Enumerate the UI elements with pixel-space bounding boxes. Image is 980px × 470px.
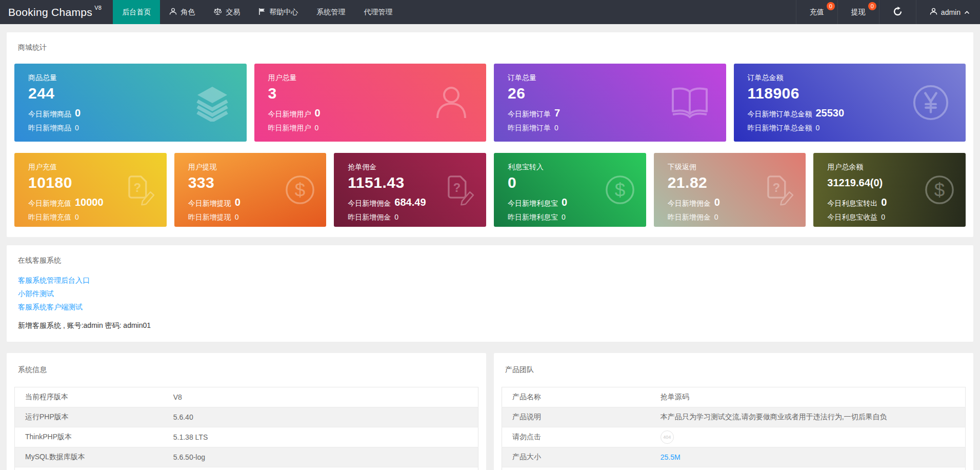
row-value: 5.1.38 LTS — [163, 427, 478, 447]
stat-card-user-recharge: 用户充值 10180 今日新增充值10000 昨日新增充值0 ? — [14, 153, 167, 227]
table-row: MySQL数据库版本 5.6.50-log — [15, 447, 478, 467]
yen-coin-icon — [911, 83, 950, 122]
row-value: Linux — [163, 467, 478, 470]
row-value: V8 — [163, 387, 478, 407]
nav-item-agent-management[interactable]: 代理管理 — [354, 0, 402, 24]
recharge-badge: 0 — [827, 2, 835, 10]
stat-yesterday: 今日利息宝收益0 — [827, 213, 966, 222]
user-icon — [169, 8, 177, 17]
stat-yesterday: 昨日新增佣金0 — [348, 213, 486, 222]
stat-title: 用户提现 — [188, 163, 327, 172]
nav-item-dashboard[interactable]: 后台首页 — [113, 0, 160, 24]
nav-label: 交易 — [226, 8, 240, 17]
stat-title: 抢单佣金 — [348, 163, 486, 172]
row-label: 服务器操作系统 — [15, 467, 163, 470]
panel-title: 产品团队 — [505, 365, 966, 375]
service-admin-entry-link[interactable]: 客服系统管理后台入口 — [18, 273, 966, 287]
refresh-button[interactable] — [879, 0, 916, 24]
stat-card-interest-in: 利息宝转入 0 今日新增利息宝0 昨日新增利息宝0 $ — [494, 153, 646, 227]
table-row: 产品名称 抢单源码 — [502, 387, 966, 407]
refresh-icon — [893, 7, 903, 18]
table-row: ThinkPHP版本 5.1.38 LTS — [15, 427, 478, 447]
row-label: 运行PHP版本 — [15, 407, 163, 427]
row-value: 5.6.40 — [163, 407, 478, 427]
nav-label: 后台首页 — [122, 8, 151, 17]
stat-title: 利息宝转入 — [508, 163, 646, 172]
row-value: 404 — [650, 427, 966, 447]
question-doc-icon: ? — [763, 174, 795, 206]
service-links: 客服系统管理后台入口 小部件测试 客服系统客户端测试 — [18, 273, 966, 314]
row-label: 产品名称 — [502, 387, 650, 407]
product-team-table: 产品名称 抢单源码 产品说明 本产品只为学习测试交流,请勿要做商业或者用于违法行… — [502, 387, 966, 470]
mall-stats-panel: 商城统计 商品总量 244 今日新增商品0 昨日新增商品0 用户总量 3 今日新… — [7, 32, 973, 237]
chevron-up-icon — [964, 8, 970, 16]
row-label: MySQL数据库版本 — [15, 447, 163, 467]
main-menu: 后台首页 角色 交易 帮助中心 系统管理 代理管理 — [113, 0, 402, 24]
nav-item-help-center[interactable]: 帮助中心 — [249, 0, 307, 24]
stat-card-products-total: 商品总量 244 今日新增商品0 昨日新增商品0 — [14, 64, 247, 142]
stat-card-orders-total: 订单总量 26 今日新增订单7 昨日新增订单0 — [494, 64, 726, 142]
row-label: 产品大小 — [502, 447, 650, 467]
table-row: 当前程序版本 V8 — [15, 387, 478, 407]
stat-title: 用户总量 — [268, 73, 487, 83]
product-size-link[interactable]: 25.5M — [661, 453, 681, 461]
question-doc-icon: ? — [443, 174, 476, 206]
broken-image-404-icon: 404 — [661, 430, 674, 444]
main-content: 商城统计 商品总量 244 今日新增商品0 昨日新增商品0 用户总量 3 今日新… — [0, 32, 980, 470]
row-label: ThinkPHP版本 — [15, 427, 163, 447]
app-logo[interactable]: Booking Champs V8 — [0, 0, 113, 24]
nav-item-system-management[interactable]: 系统管理 — [307, 0, 354, 24]
nav-label: 角色 — [181, 8, 195, 17]
person-icon — [432, 83, 471, 122]
table-row: 服务器操作系统 Linux — [15, 467, 478, 470]
withdraw-button[interactable]: 提现 0 — [837, 0, 879, 24]
app-logo-version: V8 — [94, 5, 102, 11]
user-icon — [930, 8, 937, 17]
recharge-label: 充值 — [810, 8, 824, 17]
dollar-coin-icon: $ — [924, 174, 955, 206]
row-value: 抢单源码 — [650, 387, 966, 407]
panel-title: 系统信息 — [18, 365, 478, 375]
book-icon — [669, 85, 711, 121]
svg-text:?: ? — [773, 181, 780, 194]
flag-icon — [258, 8, 266, 17]
stat-yesterday: 昨日新增利息宝0 — [508, 213, 646, 222]
stat-card-sub-rebate: 下级返佣 21.82 今日新增佣金0 昨日新增佣金0 ? — [654, 153, 806, 227]
product-team-panel: 产品团队 产品名称 抢单源码 产品说明 本产品只为学习测试交流,请勿要做商业或者… — [494, 353, 973, 470]
nav-item-transactions[interactable]: 交易 — [204, 0, 249, 24]
stat-title: 下级返佣 — [668, 163, 806, 172]
row-label: 当前程序版本 — [15, 387, 163, 407]
service-credentials-note: 新增客服系统 , 账号:admin 密码: admin01 — [18, 321, 966, 330]
user-menu[interactable]: admin — [916, 0, 980, 24]
scales-icon — [213, 8, 222, 17]
svg-text:?: ? — [133, 181, 141, 194]
row-value: 本产品只为学习测试交流,请勿要做商业或者用于违法行为,一切后果自负 — [650, 407, 966, 427]
panel-title: 在线客服系统 — [18, 256, 966, 265]
question-doc-icon: ? — [124, 174, 156, 206]
row-value: 25.5M — [650, 447, 966, 467]
nav-label: 帮助中心 — [269, 8, 298, 17]
table-row: 请勿点击 404 — [502, 427, 966, 447]
svg-text:$: $ — [614, 180, 625, 201]
stat-card-users-total: 用户总量 3 今日新增用户0 昨日新增用户0 — [254, 64, 487, 142]
layers-icon — [193, 84, 231, 122]
widget-test-link[interactable]: 小部件测试 — [18, 287, 966, 300]
service-client-test-link[interactable]: 客服系统客户端测试 — [18, 300, 966, 314]
stat-card-user-withdraw: 用户提现 333 今日新增提现0 昨日新增提现0 $ — [174, 153, 327, 227]
stats-row-1: 商品总量 244 今日新增商品0 昨日新增商品0 用户总量 3 今日新增用户0 … — [14, 64, 966, 142]
username: admin — [941, 8, 961, 16]
stat-yesterday: 昨日新增提现0 — [188, 213, 327, 222]
row-label: 请勿点击 — [502, 427, 650, 447]
nav-label: 代理管理 — [364, 8, 392, 17]
app-logo-text: Booking Champs — [8, 6, 92, 18]
nav-item-roles[interactable]: 角色 — [160, 0, 204, 24]
row-label: 产品说明 — [502, 407, 650, 427]
dollar-coin-icon: $ — [604, 174, 636, 206]
svg-text:$: $ — [295, 180, 305, 201]
row-value: mysql — [650, 467, 966, 470]
system-info-panel: 系统信息 当前程序版本 V8 运行PHP版本 5.6.40 ThinkPHP版本… — [7, 353, 486, 470]
stat-title: 商品总量 — [28, 73, 247, 83]
recharge-button[interactable]: 充值 0 — [796, 0, 837, 24]
svg-text:?: ? — [453, 181, 461, 194]
nav-label: 系统管理 — [316, 8, 345, 17]
